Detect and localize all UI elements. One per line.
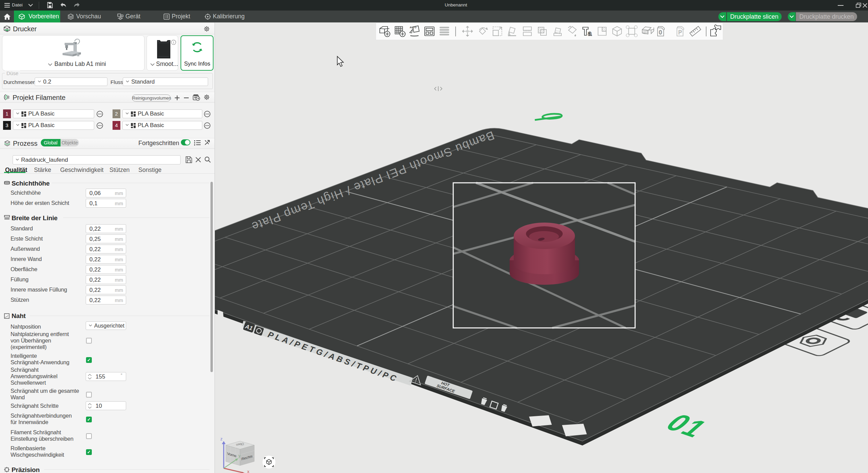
svg-text:0: 0	[659, 30, 662, 35]
svg-text:a: a	[588, 30, 592, 37]
svg-text:y: y	[238, 453, 241, 458]
svg-text:z: z	[220, 436, 223, 441]
svg-text:x: x	[247, 469, 250, 473]
svg-text:P: P	[678, 30, 682, 35]
svg-text:AUTO: AUTO	[410, 26, 416, 29]
